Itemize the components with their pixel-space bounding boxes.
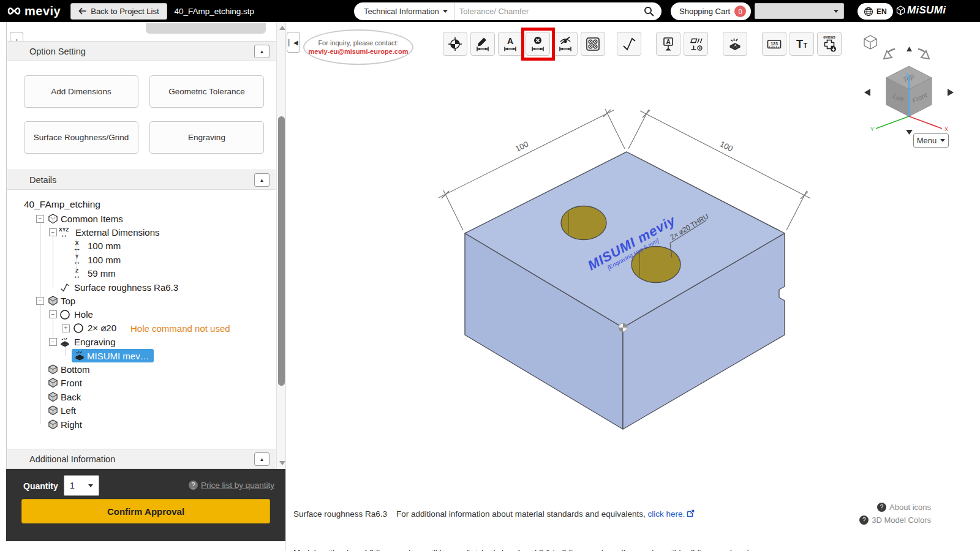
hide-dimension-button[interactable] [553, 32, 578, 56]
hole-pattern-button[interactable] [581, 32, 605, 56]
isometric-view-icon[interactable] [864, 36, 876, 49]
hole-top-left[interactable] [561, 206, 606, 240]
misumi-logo[interactable]: MiSUMi [896, 4, 946, 17]
text-dimension-button[interactable]: A [498, 32, 522, 56]
tree-row[interactable]: − Engraving [19, 335, 273, 349]
tilt-up-arrow[interactable] [907, 47, 912, 51]
origin-marker[interactable] [619, 323, 627, 332]
tree-row[interactable]: Back [19, 390, 273, 403]
collapse-toggle[interactable]: − [36, 215, 44, 223]
rotate-cw-arrowhead[interactable] [921, 51, 929, 59]
surface-finish-button[interactable] [617, 32, 641, 56]
expand-toggle[interactable]: + [62, 324, 70, 332]
datum-label-icon: A [660, 36, 676, 52]
collapse-details-button[interactable]: ▲ [254, 173, 270, 187]
collapse-option-setting-button[interactable]: ▲ [254, 45, 270, 58]
model-solid[interactable] [465, 152, 785, 429]
collapse-toggle[interactable]: − [49, 338, 57, 346]
search-bar: Technical Information [354, 2, 662, 20]
scroll-down-arrow[interactable] [279, 461, 285, 465]
model-colors-label: 3D Model Colors [872, 515, 931, 525]
locale-button[interactable]: EN [858, 3, 893, 20]
datum-target-icon [447, 36, 463, 52]
tree-row[interactable]: + 2× ⌀20 Hole command not used [19, 321, 273, 335]
svg-text:A: A [734, 43, 737, 47]
xyz-dimensions-icon: XYZ↔ [59, 227, 69, 238]
engraving-button[interactable]: Engraving [149, 121, 264, 154]
tree-row[interactable]: − Common Items [19, 212, 273, 225]
scrollbar-thumb[interactable] [278, 116, 285, 386]
search-icon[interactable] [644, 6, 654, 17]
tree-row[interactable]: Z↔ 59 mm [19, 267, 273, 280]
axis-x-icon: X↔ [73, 241, 81, 252]
tree-row[interactable]: Front [19, 377, 273, 390]
collapse-toggle[interactable]: − [49, 228, 57, 236]
price-list-link[interactable]: ? Price list by quantity [189, 481, 274, 490]
about-icons-link[interactable]: ? About icons [859, 501, 931, 514]
geometric-tolerance-button[interactable]: Geometric Tolerance [149, 75, 264, 108]
scroll-up-arrow[interactable] [279, 26, 285, 30]
top-app-bar: meviy Back to Project List 40_FAmp_etchi… [0, 0, 980, 22]
measure-button[interactable]: 123 [762, 32, 786, 56]
collapse-toggle[interactable]: − [49, 310, 57, 318]
tree-row-selected[interactable]: MISUMI mev… [19, 349, 273, 362]
model-colors-link[interactable]: ? 3D Model Colors [859, 514, 931, 527]
tree-row[interactable]: Bottom [19, 362, 273, 376]
model-tree: 40_FAmp_etching − Common Items − XYZ↔ Ex… [19, 197, 273, 431]
hole-icon [73, 323, 84, 334]
collapse-toggle[interactable]: − [36, 297, 44, 305]
svg-text:123: 123 [771, 41, 778, 45]
shopping-cart-button[interactable]: Shopping Cart 0 [671, 2, 751, 20]
rotate-ccw-arrowhead[interactable] [884, 51, 892, 59]
search-input[interactable] [454, 7, 644, 16]
search-category-value: Technical Information [364, 7, 439, 16]
confirm-approval-button[interactable]: Confirm Approval [21, 499, 270, 523]
datum-label-button[interactable]: A [656, 32, 680, 56]
tree-row[interactable]: − Hole [19, 308, 273, 321]
model-viewport[interactable]: 100 100 MISUMI meviy [Engraving size 5 m… [286, 102, 980, 457]
face-cube-icon [47, 295, 59, 307]
contact-email[interactable]: meviy-eu@misumi-europe.com [309, 48, 409, 55]
collapse-additional-button[interactable]: ▲ [254, 452, 270, 466]
edit-dimension-button[interactable] [470, 32, 495, 56]
panel-collapse-tab[interactable]: ▏◀ [287, 32, 300, 53]
delete-dimension-button[interactable] [526, 32, 550, 56]
text-size-button[interactable]: TT [790, 32, 814, 56]
hide-dimension-icon [557, 36, 573, 52]
tree-row[interactable]: 40_FAmp_etching [19, 197, 273, 212]
quantity-footer: Quantity 1 ? Price list by quantity Conf… [6, 469, 285, 541]
tree-row[interactable]: X↔ 100 mm [19, 239, 273, 253]
tree-row[interactable]: Left [19, 403, 273, 417]
scrolled-button-cutoff[interactable] [146, 23, 266, 34]
add-dimensions-button[interactable]: Add Dimensions [24, 75, 138, 108]
tree-row[interactable]: Right [19, 418, 273, 431]
click-here-link-1[interactable]: click here. [648, 509, 685, 519]
tree-row[interactable]: − XYZ↔ External Dimensions [19, 225, 273, 239]
selected-engraving-item[interactable]: MISUMI mev… [72, 349, 154, 362]
svg-text:T: T [796, 38, 803, 50]
six-views-button[interactable]: 6VIEWS [817, 32, 842, 56]
axis-y-icon: Y↔ [73, 254, 81, 265]
header-dropdown[interactable] [755, 3, 844, 19]
rotate-left-arrow[interactable] [864, 89, 870, 96]
meviy-logo[interactable]: meviy [6, 4, 61, 18]
logo-text: meviy [24, 4, 61, 18]
surface-roughness-button[interactable]: Surface Roughness/Grind [24, 121, 138, 154]
geometric-tolerance-icon [688, 36, 704, 52]
rotate-right-arrow[interactable] [948, 89, 954, 96]
search-category-select[interactable]: Technical Information [354, 2, 454, 20]
tree-row[interactable]: Y↔ 100 mm [19, 253, 273, 266]
geometric-tolerance-tool-button[interactable] [684, 32, 708, 56]
sidebar-scrollbar[interactable] [276, 22, 286, 469]
hole-warning-text: Hole command not used [130, 323, 230, 334]
engraving-tool-button[interactable]: A [723, 32, 747, 56]
text-dimension-icon: A [502, 36, 518, 52]
hole-icon [59, 309, 70, 320]
back-to-project-list-button[interactable]: Back to Project List [70, 3, 167, 20]
tree-row[interactable]: Surface roughness Ra6.3 [19, 280, 273, 294]
external-link-icon[interactable] [687, 509, 695, 517]
svg-text:T: T [804, 42, 808, 49]
quantity-select[interactable]: 1 [64, 475, 99, 496]
datum-target-button[interactable] [443, 32, 467, 56]
tree-row[interactable]: − Top [19, 294, 273, 307]
